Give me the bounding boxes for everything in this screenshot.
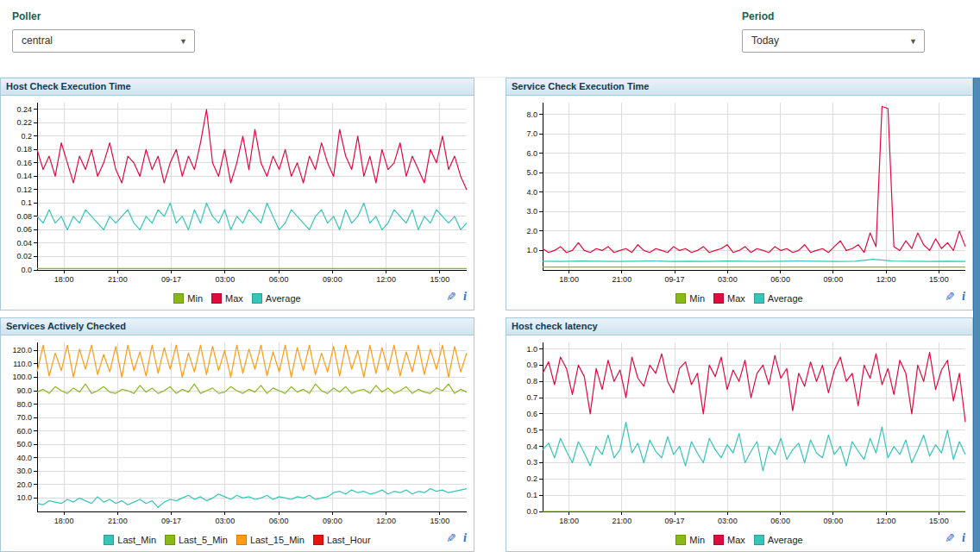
svg-text:10.0: 10.0: [16, 493, 32, 502]
legend-label: Last_15_Min: [250, 535, 305, 545]
legend-item-average[interactable]: Average: [754, 293, 803, 304]
svg-text:09-17: 09-17: [161, 275, 181, 284]
svg-text:0.3: 0.3: [526, 458, 537, 467]
chart-host-check-execution-time[interactable]: 0.00.020.040.060.080.10.120.140.160.180.…: [1, 96, 474, 287]
legend-label: Min: [187, 293, 203, 304]
panel-host-check-latency: Host check latency 0.00.10.20.30.40.50.6…: [506, 317, 973, 552]
legend-label: Max: [727, 293, 745, 304]
svg-text:0.22: 0.22: [16, 118, 32, 127]
info-icon[interactable]: i: [463, 290, 467, 304]
panel-title: Services Actively Checked: [6, 321, 126, 331]
chart-service-check-execution-time[interactable]: 1.02.03.04.05.06.07.08.018:0021:0009-170…: [506, 96, 972, 287]
legend-item-average[interactable]: Average: [754, 535, 803, 545]
series-max: [543, 107, 965, 253]
svg-text:06:00: 06:00: [770, 517, 790, 525]
legend-row: MinMaxAverage ✎ i: [506, 287, 972, 310]
series-average: [543, 260, 965, 262]
svg-text:0.1: 0.1: [526, 491, 537, 499]
edit-icon[interactable]: ✎: [945, 531, 955, 545]
svg-text:09:00: 09:00: [824, 517, 844, 525]
legend-swatch: [173, 293, 184, 304]
poller-label: Poller: [12, 10, 195, 22]
svg-text:30.0: 30.0: [16, 467, 32, 475]
chevron-down-icon: ▼: [179, 30, 187, 53]
edit-icon[interactable]: ✎: [446, 290, 456, 304]
monitoring-dashboard: Poller central ▼ Period Today ▼ Host Che…: [0, 0, 980, 552]
legend-item-last_min[interactable]: Last_Min: [104, 535, 156, 545]
svg-text:0.2: 0.2: [526, 474, 537, 483]
svg-text:18:00: 18:00: [54, 275, 74, 284]
legend-item-last_5_min[interactable]: Last_5_Min: [165, 535, 228, 545]
edit-icon[interactable]: ✎: [446, 531, 456, 545]
svg-text:12:00: 12:00: [876, 517, 896, 525]
svg-text:110.0: 110.0: [13, 360, 32, 368]
legend-row: MinMaxAverage ✎ i: [1, 287, 474, 310]
svg-text:0.06: 0.06: [16, 225, 32, 234]
legend-item-max[interactable]: Max: [713, 535, 745, 545]
svg-text:09:00: 09:00: [323, 275, 342, 284]
svg-text:0.02: 0.02: [16, 252, 32, 260]
legend-label: Max: [727, 535, 745, 545]
legend-label: Min: [689, 535, 705, 545]
svg-text:0.24: 0.24: [16, 105, 32, 114]
legend-swatch: [211, 293, 222, 304]
svg-text:0.18: 0.18: [16, 145, 32, 154]
svg-text:21:00: 21:00: [612, 275, 632, 284]
legend-swatch: [165, 535, 175, 545]
legend-swatch: [313, 535, 324, 545]
svg-text:0.12: 0.12: [16, 185, 32, 194]
period-dropdown[interactable]: Today ▼: [742, 29, 925, 53]
legend-item-last_15_min[interactable]: Last_15_Min: [236, 535, 305, 545]
info-icon[interactable]: i: [962, 531, 965, 545]
legend: MinMaxAverage: [173, 293, 300, 304]
svg-text:0.1: 0.1: [21, 198, 32, 207]
svg-text:120.0: 120.0: [12, 346, 32, 354]
legend: MinMaxAverage: [675, 293, 802, 304]
panel-title: Host check latency: [512, 321, 598, 331]
legend-item-max[interactable]: Max: [211, 293, 243, 304]
panel-icons: ✎ i: [945, 531, 965, 545]
panel-header: Host Check Execution Time: [1, 78, 474, 96]
svg-text:0.04: 0.04: [16, 239, 32, 248]
svg-text:03:00: 03:00: [718, 517, 738, 525]
legend-item-last_hour[interactable]: Last_Hour: [313, 535, 371, 545]
poller-dropdown[interactable]: central ▼: [12, 29, 195, 53]
legend-row: MinMaxAverage ✎ i: [506, 529, 972, 551]
legend-label: Last_Hour: [327, 535, 371, 545]
legend-swatch: [713, 293, 724, 304]
svg-text:03:00: 03:00: [718, 275, 738, 284]
svg-text:90.0: 90.0: [16, 386, 32, 395]
svg-text:70.0: 70.0: [16, 413, 32, 422]
panel-services-actively-checked: Services Actively Checked 10.020.030.040…: [0, 317, 474, 552]
svg-text:0.0: 0.0: [21, 266, 32, 274]
legend-item-average[interactable]: Average: [252, 293, 301, 304]
legend-item-min[interactable]: Min: [675, 293, 705, 304]
svg-text:0.9: 0.9: [526, 361, 537, 369]
chart-host-check-latency[interactable]: 0.00.10.20.30.40.50.60.70.80.91.018:0021…: [506, 336, 972, 529]
legend-item-min[interactable]: Min: [173, 293, 203, 304]
legend-swatch: [713, 535, 724, 545]
panel-host-check-execution-time: Host Check Execution Time 0.00.020.040.0…: [0, 78, 474, 310]
legend-swatch: [754, 293, 764, 304]
svg-text:3.0: 3.0: [526, 207, 537, 216]
info-icon[interactable]: i: [962, 290, 965, 304]
svg-text:21:00: 21:00: [108, 275, 128, 284]
panel-service-check-execution-time: Service Check Execution Time 1.02.03.04.…: [506, 78, 973, 310]
panel-icons: ✎ i: [446, 290, 467, 304]
panel-header: Services Actively Checked: [1, 318, 474, 336]
info-icon[interactable]: i: [463, 531, 467, 545]
svg-text:21:00: 21:00: [612, 517, 632, 525]
legend-label: Min: [689, 293, 705, 304]
legend-swatch: [252, 293, 262, 304]
scrollbar[interactable]: [973, 78, 980, 552]
legend-label: Average: [768, 535, 803, 545]
legend-swatch: [675, 293, 686, 304]
legend-item-min[interactable]: Min: [675, 535, 705, 545]
svg-text:0.14: 0.14: [16, 172, 32, 180]
svg-text:15:00: 15:00: [929, 517, 949, 525]
legend: Last_MinLast_5_MinLast_15_MinLast_Hour: [104, 535, 370, 545]
chart-services-actively-checked[interactable]: 10.020.030.040.050.060.070.080.090.0100.…: [1, 336, 474, 529]
panel-icons: ✎ i: [945, 290, 965, 304]
edit-icon[interactable]: ✎: [945, 290, 955, 304]
legend-item-max[interactable]: Max: [713, 293, 745, 304]
